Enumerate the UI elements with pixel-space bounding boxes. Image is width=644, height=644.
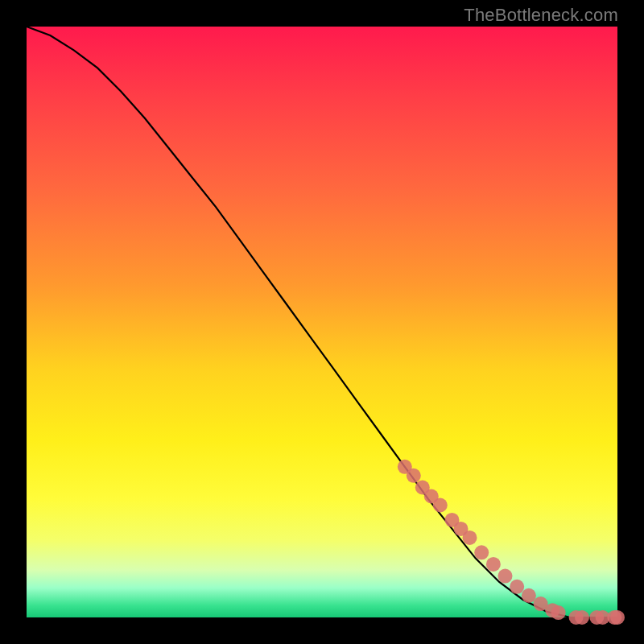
- markers-group: [398, 460, 625, 625]
- data-marker: [498, 569, 513, 584]
- data-marker: [575, 610, 589, 625]
- data-marker: [522, 588, 536, 603]
- data-marker: [474, 545, 489, 559]
- data-marker: [433, 498, 448, 513]
- data-marker: [407, 469, 421, 483]
- plot-area: [27, 27, 617, 617]
- data-marker: [610, 610, 625, 625]
- data-marker: [463, 530, 477, 545]
- chart-frame: TheBottleneck.com: [0, 0, 644, 644]
- bottleneck-curve: [27, 27, 617, 617]
- data-marker: [486, 557, 501, 572]
- curve-svg: [27, 27, 617, 617]
- attribution-text: TheBottleneck.com: [464, 5, 618, 26]
- data-marker: [551, 605, 566, 620]
- data-marker: [510, 580, 524, 594]
